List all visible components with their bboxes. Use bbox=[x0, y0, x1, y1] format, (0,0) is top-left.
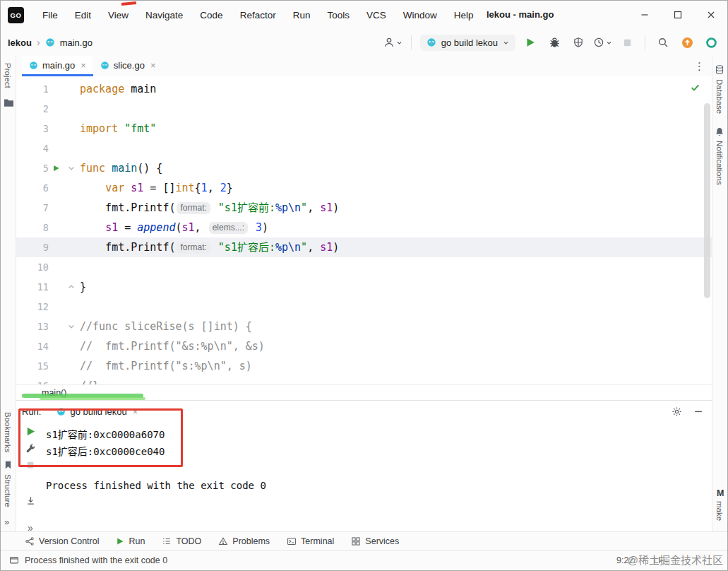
folder-icon[interactable] bbox=[4, 98, 14, 107]
tab-label: main.go bbox=[42, 60, 75, 71]
inspection-ok-icon[interactable] bbox=[690, 82, 700, 93]
run-button[interactable] bbox=[521, 33, 539, 52]
hide-panel-icon[interactable] bbox=[693, 406, 703, 416]
coverage-shield-icon[interactable] bbox=[569, 33, 587, 52]
more-icon[interactable]: » bbox=[4, 517, 9, 527]
code-editor[interactable]: 1package main23import "fmt"45func main()… bbox=[16, 76, 712, 384]
build-wrench-icon[interactable] bbox=[25, 443, 36, 454]
editor-scrollbar[interactable] bbox=[704, 103, 710, 298]
code-line-16[interactable]: 16//} bbox=[16, 376, 712, 384]
code-line-5[interactable]: 5func main() { bbox=[16, 158, 712, 178]
app-logo: GO bbox=[8, 7, 24, 23]
fold-down-icon[interactable] bbox=[63, 317, 80, 336]
search-icon[interactable] bbox=[654, 33, 672, 52]
menu-item-file[interactable]: File bbox=[35, 7, 66, 23]
breadcrumb-function[interactable]: main() bbox=[42, 388, 66, 398]
notifications-bell-icon[interactable] bbox=[715, 126, 724, 137]
run-tool-window: Run: go build lekou × bbox=[16, 400, 712, 531]
toolwindow-version-control[interactable]: Version Control bbox=[25, 536, 99, 546]
toolwindow-make-label[interactable]: make bbox=[715, 501, 724, 521]
database-icon[interactable] bbox=[715, 64, 724, 75]
codewithme-icon[interactable] bbox=[702, 33, 720, 52]
line-number: 12 bbox=[16, 297, 49, 317]
toolwindow-project-label[interactable]: Project bbox=[4, 63, 12, 88]
fold-up-icon[interactable] bbox=[63, 277, 80, 297]
menu-dots-icon[interactable]: ⋮ bbox=[694, 60, 705, 73]
stop-button[interactable] bbox=[618, 33, 636, 52]
stop-button[interactable] bbox=[25, 460, 35, 470]
breadcrumb-project[interactable]: lekou bbox=[8, 37, 32, 48]
update-available-icon[interactable] bbox=[678, 33, 696, 52]
toolwindow-notifications-label[interactable]: Notifications bbox=[715, 141, 724, 185]
close-icon[interactable]: × bbox=[150, 60, 156, 71]
line-number: 14 bbox=[16, 336, 49, 356]
line-number: 10 bbox=[16, 257, 49, 277]
toolwindow-bookmarks-label[interactable]: Bookmarks bbox=[4, 412, 12, 453]
run-line-icon[interactable] bbox=[49, 158, 63, 178]
code-line-4[interactable]: 4 bbox=[16, 139, 712, 158]
code-line-12[interactable]: 12 bbox=[16, 297, 712, 317]
toolwindow-label: Terminal bbox=[301, 536, 334, 546]
code-line-11[interactable]: 11} bbox=[16, 277, 712, 297]
toolwindow-problems[interactable]: Problems bbox=[218, 536, 270, 546]
toolwindow-services[interactable]: Services bbox=[351, 536, 399, 546]
menu-item-help[interactable]: Help bbox=[446, 7, 482, 23]
code-text: //} bbox=[80, 376, 712, 384]
toolwindow-run[interactable]: Run bbox=[116, 536, 145, 546]
line-number: 9 bbox=[16, 237, 49, 257]
toolwindow-label: Version Control bbox=[39, 536, 99, 546]
code-line-14[interactable]: 14// fmt.Printf("&s:%p\n", &s) bbox=[16, 336, 712, 356]
profiler-clock-icon[interactable] bbox=[593, 33, 612, 52]
run-config-tab[interactable]: go build lekou × bbox=[56, 406, 138, 417]
tab-slice-go[interactable]: slice.go× bbox=[93, 56, 163, 76]
toolwindow-terminal[interactable]: Terminal bbox=[287, 536, 334, 546]
menu-item-navigate[interactable]: Navigate bbox=[138, 7, 191, 23]
close-icon[interactable]: × bbox=[80, 60, 86, 71]
scroll-to-end-icon[interactable] bbox=[25, 495, 36, 506]
toolwindow-structure-label[interactable]: Structure bbox=[4, 474, 12, 507]
tab-label: slice.go bbox=[114, 60, 145, 71]
code-line-10[interactable]: 10 bbox=[16, 257, 712, 277]
code-line-2[interactable]: 2 bbox=[16, 99, 712, 119]
close-button[interactable] bbox=[694, 1, 727, 29]
left-toolwindow-stripe: Project Bookmarks Structure » bbox=[1, 56, 16, 531]
line-number: 15 bbox=[16, 356, 49, 376]
menu-item-edit[interactable]: Edit bbox=[67, 7, 99, 23]
project-breadcrumb: lekou › main.go bbox=[8, 37, 93, 48]
menu-item-window[interactable]: Window bbox=[395, 7, 445, 23]
line-number: 3 bbox=[16, 119, 49, 139]
code-line-1[interactable]: 1package main bbox=[16, 79, 712, 99]
minimize-button[interactable] bbox=[628, 1, 661, 29]
menu-item-view[interactable]: View bbox=[100, 7, 136, 23]
make-tool-icon[interactable]: M bbox=[717, 488, 724, 498]
settings-gear-icon[interactable] bbox=[672, 406, 682, 417]
code-line-13[interactable]: 13//func sliceRise(s []int) { bbox=[16, 317, 712, 336]
bookmark-icon[interactable] bbox=[4, 460, 13, 470]
close-icon[interactable]: × bbox=[133, 406, 138, 417]
tab-main-go[interactable]: main.go× bbox=[22, 56, 93, 76]
toolwindow-database-label[interactable]: Database bbox=[715, 79, 724, 114]
maximize-button[interactable] bbox=[661, 1, 694, 29]
menu-item-run[interactable]: Run bbox=[285, 7, 318, 23]
todo-icon bbox=[162, 536, 172, 546]
run-config-select[interactable]: go build lekou bbox=[420, 35, 515, 51]
more-icon[interactable]: » bbox=[28, 522, 33, 534]
code-line-3[interactable]: 3import "fmt" bbox=[16, 119, 712, 139]
rerun-button[interactable] bbox=[25, 426, 36, 437]
menu-item-vcs[interactable]: VCS bbox=[359, 7, 394, 23]
code-line-8[interactable]: 8 s1 = append(s1, elems...: 3) bbox=[16, 218, 712, 237]
code-line-15[interactable]: 15// fmt.Printf("s:%p\n", s) bbox=[16, 356, 712, 376]
menu-item-code[interactable]: Code bbox=[192, 7, 230, 23]
code-line-7[interactable]: 7 fmt.Printf(format: "s1扩容前:%p\n", s1) bbox=[16, 198, 712, 218]
code-line-9[interactable]: 9 fmt.Printf(format: "s1扩容后:%p\n", s1) bbox=[16, 237, 712, 257]
code-line-6[interactable]: 6 var s1 = []int{1, 2} bbox=[16, 178, 712, 198]
fold-space bbox=[63, 237, 80, 257]
toolwindow-todo[interactable]: TODO bbox=[162, 536, 201, 546]
breadcrumb-file[interactable]: main.go bbox=[60, 37, 93, 48]
fold-down-icon[interactable] bbox=[63, 158, 80, 178]
user-profile-button[interactable] bbox=[383, 33, 402, 52]
menu-item-tools[interactable]: Tools bbox=[319, 7, 357, 23]
run-panel-title: Run: bbox=[22, 406, 41, 417]
debug-bug-icon[interactable] bbox=[545, 33, 563, 52]
menu-item-refactor[interactable]: Refactor bbox=[232, 7, 284, 23]
